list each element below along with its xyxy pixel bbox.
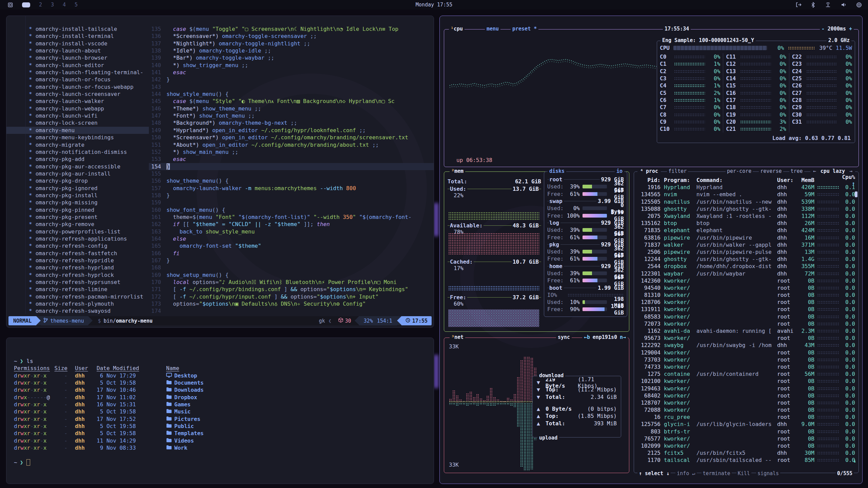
code-line[interactable]: 169show_setup_menu() { [149,271,434,279]
code-line[interactable]: 150 *Screensaver*) open_in_editor ~/.con… [149,134,434,141]
tree-button[interactable]: tree [789,168,804,174]
file-item[interactable]: *omarchy-launch-webapp [6,105,149,112]
code-line[interactable]: 144show_style_menu() { [149,90,434,98]
code-line[interactable]: 143 [149,83,434,90]
process-row[interactable]: 102099kworker/root0B0.0 [634,442,859,449]
process-row[interactable]: 129004kworker/root0B0.0 [634,349,859,356]
file-item[interactable]: *omarchy-launch-screensaver [6,90,149,98]
signals-control[interactable]: signals [756,470,780,476]
file-item[interactable]: *omarchy-refresh-fastfetch [6,250,149,257]
proc-scrollbar-thumb[interactable] [855,191,857,197]
workspace-2[interactable]: 2 [39,2,42,8]
file-item[interactable]: *omarchy-launch-or-focus-webapp [6,83,149,90]
process-row[interactable]: 76577kworker/root0B0.0 [634,435,859,442]
cpu-chip-icon[interactable] [856,2,862,8]
code-line[interactable]: 139 *Bar*) omarchy-toggle-waybar ;; [149,54,434,61]
file-item[interactable]: *omarchy-refresh-swayosd [6,307,149,314]
process-row[interactable]: 128707kworker/root0B0.0 [634,399,859,406]
code-line[interactable]: 159 [149,199,434,206]
volume-icon[interactable] [841,2,847,7]
process-row[interactable]: 1275containe/usr/bin/containerdroot56M0.… [634,370,859,378]
file-item[interactable]: *omarchy-refresh-hypridle [6,257,149,264]
process-row[interactable]: 2125fcitx5/usr/bin/fcitx5dhh30M0.0 [634,449,859,456]
process-row[interactable]: 12244ghostty/usr/bin/ghostty --gtk-dhh1.… [634,256,859,263]
io-mode-button[interactable]: io [615,168,624,174]
file-item[interactable]: *omarchy-pkg-drop [6,177,149,184]
file-item[interactable]: *omarchy-menu [6,127,149,134]
code-line[interactable]: 165 omarchy-font-set "$theme" [149,242,434,249]
code-line[interactable]: 140 *) show_trigger_menu ;; [149,62,434,69]
workspace-3[interactable]: 3 [51,2,54,8]
cpu-box-title[interactable]: ¹cpu [449,26,465,32]
code-line[interactable]: 137 *Nightlight*) omarchy-toggle-nightli… [149,40,434,47]
update-interval[interactable]: - 2000ms + [820,26,854,32]
process-row[interactable]: 72073kworker/root0B0.0 [634,320,859,327]
file-item[interactable]: *omarchy-pkg-aur-install [6,170,149,177]
prompt-line[interactable]: ~❯ [14,459,430,466]
preset-button[interactable]: preset * [511,26,538,32]
sort-selector[interactable]: ← cpu lazy → [810,168,855,174]
file-item[interactable]: *omarchy-launch-editor [6,62,149,69]
code-line[interactable]: 170 local options="♪ Audio\n☵ Wifi\nᛒ Bl… [149,279,434,286]
code-line[interactable]: 148 *Background*) omarchy-theme-bg-next … [149,119,434,126]
process-row[interactable]: 2544dropbox/home/dhh/.dropbox-distdhh355… [634,263,859,270]
process-row[interactable]: 71837walker/usr/bin/walker --gappldhh371… [634,241,859,248]
process-row[interactable]: 803btrfs-trroot0B0.0 [634,428,859,435]
net-iface-prev[interactable]: ←b [582,334,592,340]
code-line[interactable]: 161 theme=$(menu "Font" "$(omarchy-font-… [149,214,434,221]
process-row[interactable]: 74733kworker/root0B0.0 [634,363,859,370]
logout-icon[interactable] [795,2,802,7]
code-line[interactable]: 138 *Idle*) omarchy-toggle-idle ;; [149,47,434,54]
code-line[interactable]: 164 else [149,235,434,242]
filter-button[interactable]: filter [667,168,688,174]
process-row[interactable]: 128706kworker/root0B0.0 [634,299,859,306]
file-item[interactable]: *omarchy-notification-dismiss [6,148,149,156]
file-item[interactable]: *omarchy-pkg-pinned [6,206,149,214]
code-line[interactable]: 172 [ -f ~/.config/hypr/input.conf ] && … [149,293,434,300]
file-item[interactable]: *omarchy-refresh-applications [6,235,149,242]
file-item[interactable]: *omarchy-pkg-missing [6,199,149,206]
net-box-title[interactable]: ³net [450,334,465,340]
terminate-control[interactable]: terminate [702,470,732,476]
file-item[interactable]: *omarchy-pkg-present [6,214,149,221]
file-item[interactable]: *omarchy-launch-wifi [6,112,149,119]
code-line[interactable]: 162 if [[ "$theme" = "CNCLD" || -z "$the… [149,221,434,228]
disks-title[interactable]: disks [548,168,566,174]
process-row[interactable]: 125505nautilus/usr/bin/nautilus --newdhh… [634,198,859,205]
workspace-grid-icon[interactable] [7,2,13,8]
process-row[interactable]: 142360kworker/root0B0.0 [634,277,859,284]
process-row[interactable]: 135088ghostty/usr/bin/ghostty --gtk-dhh3… [634,205,859,212]
code-line[interactable]: 171 [ -f ~/.config/hypr/bindings.conf ] … [149,286,434,293]
code-line[interactable]: 147 *Font*) show_font_menu ;; [149,112,434,119]
process-row[interactable]: 2075XwaylandXwayland :1 -rootless -dhh11… [634,212,859,220]
file-item[interactable]: *omarchy-refresh-hyprland [6,264,149,271]
process-row[interactable]: 68402kworker/root0B0.0 [634,392,859,399]
code-line[interactable]: 141 esac [149,69,434,76]
process-row[interactable]: 122301waybar/usr/bin/waybardhh72M0.0 [634,270,859,277]
code-line[interactable]: 145 case $(menu "Style" "◐ Theme\nᴀ Font… [149,98,434,105]
net-iface-next[interactable]: n→ [618,334,628,340]
workspace-1-active[interactable] [22,2,30,7]
reverse-button[interactable]: reverse [759,168,783,174]
file-item[interactable]: *omarchy-refresh-config [6,242,149,249]
process-row[interactable]: 72088kworker/root0B0.0 [634,406,859,413]
process-row[interactable]: 102100kworker/root0B0.0 [634,378,859,385]
per-core-button[interactable]: per-core [726,168,753,174]
file-item[interactable]: *omarchy-launch-walker [6,98,149,105]
bluetooth-icon[interactable] [811,2,815,8]
workspace-5[interactable]: 5 [75,2,78,8]
code-line[interactable]: 158} [149,192,434,199]
code-line[interactable]: 174 [149,307,434,314]
file-item[interactable]: *omarchy-launch-or-focus [6,76,149,83]
file-item[interactable]: *omarchy-pkg-ignored [6,185,149,192]
file-item[interactable]: *omarchy-install-vscode [6,40,149,47]
process-row[interactable]: 2506pipewire/usr/bin/pipewire-pulsedhh13… [634,248,859,256]
file-item[interactable]: *omarchy-migrate [6,141,149,148]
process-row[interactable]: 95673kworker/root0B0.0 [634,334,859,342]
proc-rows[interactable]: 1916HyprlandHyprlanddhh426M0.1134565nvim… [634,184,859,464]
info-control[interactable]: info ↵ [675,470,696,476]
file-item[interactable]: *omarchy-launch-floating-terminal- [6,69,149,76]
process-row[interactable]: 68583kworker/root0B0.0 [634,313,859,320]
process-row[interactable]: 73703kworker/root0B0.0 [634,356,859,363]
menu-button[interactable]: menu [485,26,500,32]
